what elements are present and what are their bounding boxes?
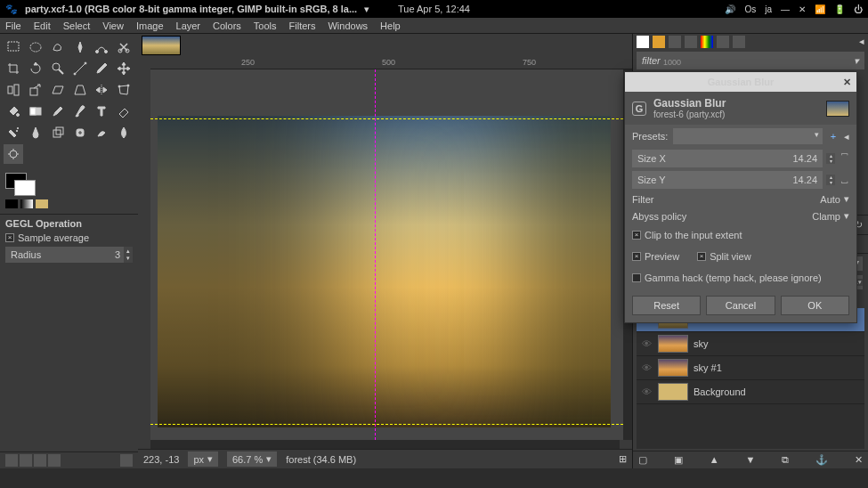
radius-spinner[interactable]: Radius 3 ▴▾: [5, 247, 133, 263]
layer-group-icon[interactable]: ▣: [674, 454, 683, 466]
crop-tool[interactable]: [4, 59, 23, 78]
dock-tab-icon[interactable]: [701, 36, 713, 48]
minimize-icon[interactable]: —: [781, 4, 790, 14]
dock-menu-icon[interactable]: ◂: [859, 36, 864, 48]
zoom-tool[interactable]: [48, 59, 68, 78]
heal-tool[interactable]: [70, 123, 90, 142]
dock-icon[interactable]: [34, 454, 46, 467]
app-menu-icon[interactable]: 🐾: [5, 4, 18, 15]
menu-select[interactable]: Select: [63, 20, 91, 31]
guide-vertical[interactable]: [375, 69, 376, 440]
airbrush-tool[interactable]: [4, 123, 23, 142]
power-icon[interactable]: ⏻: [854, 4, 863, 14]
layer-row[interactable]: 👁 sky #1: [637, 356, 864, 380]
ruler-vertical[interactable]: [138, 69, 150, 440]
gegl-tool[interactable]: [4, 144, 23, 164]
raise-layer-icon[interactable]: ▲: [710, 454, 719, 466]
clone-tool[interactable]: [48, 123, 68, 142]
eraser-tool[interactable]: [114, 102, 134, 121]
reset-button[interactable]: Reset: [632, 296, 701, 315]
menu-layer[interactable]: Layer: [176, 20, 201, 31]
filter-dropdown[interactable]: Auto ▾: [820, 193, 849, 205]
clip-check[interactable]: ×Clip to the input extent: [632, 230, 742, 240]
dock-tab-icon[interactable]: [733, 36, 745, 48]
sizey-field[interactable]: Size Y14.24: [632, 171, 823, 189]
visibility-icon[interactable]: 👁: [640, 362, 653, 373]
link-top-icon[interactable]: ⎴: [839, 152, 849, 165]
navigation-icon[interactable]: ⊞: [619, 453, 627, 465]
free-select-tool[interactable]: [48, 37, 68, 57]
window-title-dropdown-icon[interactable]: ▾: [364, 4, 369, 15]
close-icon[interactable]: ✕: [799, 4, 806, 14]
new-layer-icon[interactable]: ▢: [638, 454, 647, 466]
pencil-tool[interactable]: [48, 102, 68, 121]
dock-icon[interactable]: [120, 454, 133, 467]
menu-filters[interactable]: Filters: [289, 20, 316, 31]
menu-windows[interactable]: Windows: [328, 20, 368, 31]
clock[interactable]: Tue Apr 5, 12:44: [398, 4, 470, 14]
add-preset-icon[interactable]: +: [828, 131, 839, 142]
menu-image[interactable]: Image: [136, 20, 164, 31]
wifi-icon[interactable]: 📶: [815, 4, 825, 14]
split-check[interactable]: ×Split view: [697, 251, 750, 262]
dock-icon[interactable]: [20, 454, 32, 467]
visibility-icon[interactable]: 👁: [640, 386, 653, 397]
unit-selector[interactable]: px ▾: [188, 451, 218, 467]
ok-button[interactable]: OK: [781, 296, 849, 315]
bucket-fill-tool[interactable]: [4, 102, 23, 121]
canvas-viewport[interactable]: [150, 69, 632, 440]
ruler-horizontal[interactable]: 250 500 750 1000: [150, 57, 632, 69]
measure-tool[interactable]: [70, 59, 90, 78]
text-tool[interactable]: [92, 102, 111, 121]
paintbrush-tool[interactable]: [70, 102, 90, 121]
sizex-field[interactable]: Size X14.24: [632, 150, 823, 167]
preset-menu-icon[interactable]: ◂: [844, 131, 849, 142]
sample-average-check[interactable]: × Sample average: [5, 232, 133, 243]
image-tab-thumbnail[interactable]: [142, 36, 181, 55]
shear-tool[interactable]: [48, 80, 68, 100]
link-bottom-icon[interactable]: ⎵: [839, 174, 849, 186]
menu-edit[interactable]: Edit: [34, 20, 51, 31]
guide-horizontal[interactable]: [150, 424, 632, 425]
layer-name[interactable]: Background: [694, 386, 746, 397]
dock-tab-icon[interactable]: [653, 36, 665, 48]
swatch[interactable]: [36, 199, 48, 208]
lower-layer-icon[interactable]: ▼: [745, 454, 755, 466]
layer-name[interactable]: sky #1: [694, 362, 722, 373]
presets-dropdown[interactable]: [673, 128, 823, 144]
cage-tool[interactable]: [114, 80, 134, 100]
scale-tool[interactable]: [26, 80, 45, 100]
rotate-tool[interactable]: [26, 59, 45, 78]
dialog-close-icon[interactable]: ✕: [843, 77, 851, 88]
anchor-layer-icon[interactable]: ⚓: [815, 454, 828, 466]
lang-label[interactable]: ja: [765, 4, 772, 14]
layer-name[interactable]: sky: [694, 338, 709, 349]
bg-color[interactable]: [14, 180, 36, 196]
user-label[interactable]: Os: [744, 4, 756, 14]
dock-tab-icon[interactable]: [669, 36, 681, 48]
align-tool[interactable]: [4, 80, 23, 100]
dialog-titlebar[interactable]: Gaussian Blur ✕: [625, 72, 856, 92]
dock-icon[interactable]: [48, 454, 61, 467]
ellipse-select-tool[interactable]: [26, 37, 45, 57]
preview-check[interactable]: ×Preview: [632, 251, 679, 262]
gamma-check[interactable]: Gamma hack (temp hack, please ignore): [632, 272, 822, 283]
dock-icon[interactable]: [5, 454, 18, 467]
abyss-dropdown[interactable]: Clamp ▾: [812, 210, 849, 222]
flip-tool[interactable]: [92, 80, 111, 100]
blur-tool[interactable]: [114, 123, 134, 142]
perspective-tool[interactable]: [70, 80, 90, 100]
duplicate-layer-icon[interactable]: ⧉: [782, 454, 789, 466]
layer-row[interactable]: 👁 Background: [637, 380, 864, 404]
dock-tab-icon[interactable]: [637, 36, 649, 48]
smudge-tool[interactable]: [92, 123, 111, 142]
color-picker-tool[interactable]: [92, 59, 111, 78]
guide-horizontal[interactable]: [150, 118, 632, 119]
swatch[interactable]: [20, 199, 33, 208]
color-swatches[interactable]: [0, 167, 138, 214]
gradient-tool[interactable]: [26, 102, 45, 121]
swatch[interactable]: [5, 199, 18, 208]
menu-file[interactable]: File: [5, 20, 21, 31]
volume-icon[interactable]: 🔊: [725, 4, 735, 14]
visibility-icon[interactable]: 👁: [640, 338, 653, 349]
